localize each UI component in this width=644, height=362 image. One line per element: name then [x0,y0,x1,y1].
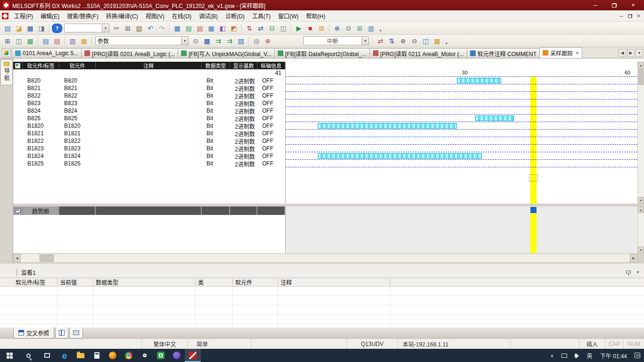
copy-icon[interactable]: ⊞ [123,24,133,33]
watch-cell[interactable] [196,324,233,328]
menu-item-9[interactable]: 工具(T) [248,10,274,22]
trend-cursor-bar[interactable] [530,206,537,253]
zoom-out-icon[interactable]: ⊖ [409,36,420,46]
child-window-icon[interactable] [2,13,8,19]
trace-selection-box[interactable] [529,174,538,181]
watch-cell[interactable] [58,296,93,305]
melsoft-taskbar-button[interactable] [185,349,201,362]
watch-column-header[interactable]: 注释 [278,278,390,286]
device-memory-icon[interactable]: ▦ [206,24,216,33]
ladder-edit-icon[interactable]: ⊞ [2,36,13,46]
watch-column-header[interactable]: 数据类型 [93,278,196,286]
watch-cell[interactable] [278,287,390,296]
network-test-icon[interactable]: ◎ [251,36,262,46]
open-project-icon[interactable]: ◪ [14,24,24,33]
menu-item-1[interactable]: 工程(P) [10,10,37,22]
trace-vertical-scrollbar[interactable]: ▲ ▼ [637,62,644,204]
menu-item-11[interactable]: 帮助(H) [302,10,329,22]
comment-display-icon[interactable]: ▤ [41,36,51,46]
tray-expand-icon[interactable]: ∧ [546,349,557,362]
pause-monitor-icon[interactable]: ⊠ [316,24,327,33]
connection-channel-icon[interactable]: ⇅ [387,36,397,46]
watch-cell[interactable] [196,296,233,305]
tab-scroll-right-button[interactable]: ▶ [627,49,635,57]
watch-cell[interactable] [58,324,93,328]
edge-button[interactable]: e [57,349,73,362]
statement-icon[interactable]: ▤ [195,24,205,33]
action-center-button[interactable] [631,349,644,362]
file-explorer-button[interactable] [73,349,89,362]
trace-settings-icon[interactable]: ▩ [432,36,442,46]
panel-grip-handle[interactable] [16,269,17,275]
firefox-button[interactable] [105,349,121,362]
menu-item-10[interactable]: 窗口(W) [274,10,302,22]
trace-row[interactable]: B825B825Bit2进制数OFF [13,115,285,122]
watch-cell[interactable] [233,315,278,324]
purple-app-button[interactable] [169,349,185,362]
device-list-tab[interactable] [55,328,68,338]
tab-1[interactable]: 0101 AreaA_Logic 5... [12,48,82,58]
watch-cell[interactable] [58,287,93,296]
watch-cell[interactable] [278,305,390,314]
watch-column-header[interactable]: 软元件/标签 [13,278,58,286]
menu-item-8[interactable]: 诊断(D) [222,10,248,22]
trace-row[interactable]: B820B820Bit2进制数OFF [13,77,285,84]
save-project-icon[interactable]: ▦ [25,24,35,33]
tab-2[interactable]: [PRG]读取 0201 AreaB_Logic (... [81,48,178,58]
trace-row[interactable]: B824B824Bit2进制数OFF [13,107,285,115]
watch-cell[interactable] [278,315,390,324]
trace-row[interactable]: B1824B1824Bit2进制数OFF [13,152,285,160]
cross-reference-tab[interactable]: 交叉参照 [13,328,54,338]
watch-column-header[interactable]: 类 [196,278,233,286]
trace-column-header[interactable]: 软元件 [59,62,96,69]
watch-cell[interactable] [233,324,278,328]
watch-cell[interactable] [93,315,196,324]
watch-close-icon[interactable]: × [636,269,639,275]
child-close-icon[interactable]: × [637,13,640,19]
trace-row[interactable]: B823B823Bit2进制数OFF [13,99,285,107]
calculator-button[interactable] [89,349,105,362]
menu-item-6[interactable]: 在线(O) [168,10,195,22]
scroll-up-icon[interactable]: ▲ [638,206,644,213]
device-comment-icon[interactable]: ▤ [183,24,194,33]
trend-vertical-scrollbar[interactable]: ▲ ▼ [637,206,644,253]
step-run-icon[interactable]: ⇉ [213,36,223,46]
tab-6[interactable]: 软元件注释 COMMENT [467,48,540,58]
child-minimize-icon[interactable]: ─ [619,13,623,19]
watch-cell[interactable] [13,296,58,305]
watch-cell[interactable] [233,305,278,314]
find-device-icon[interactable]: ⊙ [190,36,201,46]
remote-operation-icon[interactable]: ◫ [278,24,289,33]
find-icon[interactable]: ⊙ [343,24,354,33]
trend-plot-area[interactable] [285,206,637,253]
scroll-down-icon[interactable]: ▼ [638,247,644,253]
data-list-icon[interactable]: ▩ [202,36,212,46]
watch-cell[interactable] [196,305,233,314]
close-button[interactable]: × [625,1,641,9]
watch-row[interactable] [0,324,644,328]
parameter-icon[interactable]: ▩ [172,24,182,33]
scroll-right-icon[interactable]: ▶ [630,254,637,262]
trace-row[interactable]: B1821B1821Bit2进制数OFF [13,130,285,137]
tab-close-icon[interactable]: × [576,50,578,56]
taskbar-clock[interactable]: 下午 01:44 [596,349,631,362]
watch-row[interactable] [0,296,644,305]
watch-cell[interactable] [93,287,196,296]
restore-button[interactable] [606,1,622,9]
device-display-icon[interactable]: ▥ [67,36,78,46]
scroll-thumb[interactable] [638,69,644,85]
task-view-button[interactable] [38,349,57,362]
trace-column-header[interactable]: 注释 [96,62,202,69]
combo-dropdown-icon[interactable]: ▼ [102,24,109,32]
watch-window-icon[interactable]: ◫ [421,36,431,46]
trace-corner-cell[interactable] [13,62,23,69]
toolbar-overflow-icon[interactable]: ▾ [444,36,449,46]
read-from-plc-icon[interactable]: ⇄ [256,24,266,33]
print-icon[interactable]: ◨ [36,24,47,33]
write-to-plc-icon[interactable]: ⇅ [244,24,255,33]
menu-item-7[interactable]: 调试(B) [195,10,222,22]
trace-row[interactable]: B1820B1820Bit2进制数OFF [13,122,285,130]
sfc-icon[interactable]: ◫ [14,36,24,46]
new-project-icon[interactable]: ▤ [2,24,13,33]
stop-monitor-icon[interactable]: ■ [305,24,315,33]
